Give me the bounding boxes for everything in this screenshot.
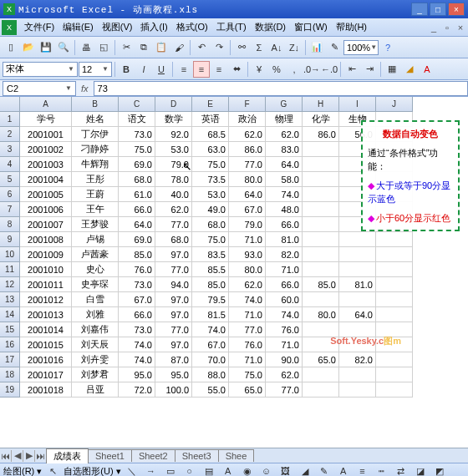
cell[interactable]: 64.0 [119, 217, 155, 232]
row-header[interactable]: 16 [0, 337, 20, 352]
cell[interactable] [303, 247, 339, 262]
row-header[interactable]: 11 [0, 262, 20, 277]
dec-decimal-icon[interactable]: ←.0 [321, 61, 338, 78]
cell[interactable] [303, 172, 339, 187]
cell[interactable]: 85.5 [192, 262, 229, 277]
cell[interactable]: 97.0 [155, 292, 192, 307]
cell[interactable]: 77.0 [155, 262, 192, 277]
cell[interactable]: 2001012 [20, 292, 72, 307]
cell[interactable]: 刘雅 [72, 307, 119, 322]
cell[interactable]: 71.0 [229, 352, 266, 367]
cell[interactable] [303, 382, 339, 398]
cell[interactable]: 53.0 [192, 187, 229, 202]
new-icon[interactable]: ▯ [3, 39, 19, 56]
hyperlink-icon[interactable]: ⚯ [233, 39, 250, 56]
row-header[interactable]: 5 [0, 172, 20, 187]
cell[interactable] [303, 262, 339, 277]
cell[interactable] [303, 202, 339, 217]
cell[interactable]: 刘梦君 [72, 367, 119, 382]
cell[interactable]: 66.0 [266, 217, 303, 232]
merge-icon[interactable]: ⬌ [228, 61, 245, 78]
save-icon[interactable]: 💾 [38, 39, 54, 56]
redo-icon[interactable]: ↷ [211, 39, 227, 56]
cell[interactable] [376, 382, 413, 398]
copy-icon[interactable]: ⧉ [135, 39, 152, 56]
cell[interactable]: 85.0 [192, 277, 229, 292]
cell[interactable]: 66.0 [119, 202, 155, 217]
col-header[interactable]: C [119, 97, 155, 112]
row-header[interactable]: 4 [0, 157, 20, 172]
menu-file[interactable]: 文件(F) [20, 19, 58, 35]
cell[interactable] [376, 247, 413, 262]
cell[interactable]: 79.0 [229, 217, 266, 232]
cell[interactable]: 刘嘉伟 [72, 322, 119, 337]
header-cell[interactable]: 学号 [20, 112, 72, 127]
comma-icon[interactable]: , [286, 61, 303, 78]
cell[interactable]: 2001015 [20, 337, 72, 352]
line-style-icon[interactable]: ≡ [354, 463, 371, 476]
cell[interactable]: 95.0 [119, 367, 155, 382]
cell[interactable]: 牛辉翔 [72, 157, 119, 172]
help-icon[interactable]: ? [379, 39, 396, 56]
menu-insert[interactable]: 插入(I) [136, 19, 171, 35]
wordart-icon[interactable]: A [220, 463, 237, 476]
select-objects-icon[interactable]: ↖ [44, 463, 61, 476]
size-combo[interactable]: 12▼ [79, 62, 112, 77]
inc-indent-icon[interactable]: ⇥ [361, 61, 378, 78]
cell[interactable]: 81.0 [266, 232, 303, 247]
col-header[interactable]: J [376, 97, 413, 112]
cell[interactable]: 73.5 [192, 172, 229, 187]
cell[interactable]: 70.0 [192, 352, 229, 367]
cell[interactable]: 62.0 [229, 277, 266, 292]
row-header[interactable]: 1 [0, 112, 20, 127]
cell[interactable]: 68.0 [155, 232, 192, 247]
col-header[interactable]: D [155, 97, 192, 112]
cell[interactable]: 82.0 [266, 247, 303, 262]
sheet-tab[interactable]: Shee [218, 449, 255, 462]
cell[interactable]: 66.0 [266, 277, 303, 292]
clipart-icon[interactable]: ☺ [258, 463, 275, 476]
cell[interactable]: 67.0 [229, 202, 266, 217]
cell[interactable]: 88.0 [192, 367, 229, 382]
cell[interactable]: 82.0 [339, 352, 376, 367]
col-header[interactable]: H [303, 97, 339, 112]
cell[interactable]: 79.0 [155, 157, 192, 172]
row-header[interactable]: 18 [0, 367, 20, 382]
sheet-tab-active[interactable]: 成绩表 [46, 448, 89, 463]
format-painter-icon[interactable]: 🖌 [170, 39, 187, 56]
preview-icon[interactable]: ◱ [95, 39, 112, 56]
tab-last-icon[interactable]: ⏭ [35, 450, 47, 462]
col-header[interactable]: B [72, 97, 119, 112]
cell[interactable]: 97.0 [155, 307, 192, 322]
cell[interactable] [303, 292, 339, 307]
cell[interactable]: 2001002 [20, 142, 72, 157]
cell[interactable]: 85.0 [119, 247, 155, 262]
cell[interactable]: 87.0 [155, 352, 192, 367]
formula-bar[interactable]: 73 [94, 81, 468, 96]
cell[interactable]: 刘卉雯 [72, 352, 119, 367]
menu-window[interactable]: 窗口(W) [290, 19, 332, 35]
picture-icon[interactable]: 🖼 [277, 463, 294, 476]
currency-icon[interactable]: ¥ [251, 61, 267, 78]
cell[interactable] [376, 262, 413, 277]
cell[interactable]: 100.0 [155, 382, 192, 398]
arrow-style-icon[interactable]: ⇄ [393, 463, 410, 476]
cell[interactable]: 62.0 [155, 202, 192, 217]
cell[interactable]: 77.0 [266, 382, 303, 398]
cell[interactable]: 68.0 [192, 217, 229, 232]
cell[interactable]: 69.0 [119, 157, 155, 172]
menu-help[interactable]: 帮助(H) [332, 19, 371, 35]
select-all[interactable] [0, 97, 20, 112]
arrow-icon[interactable]: → [143, 463, 160, 476]
cell[interactable]: 62.0 [266, 367, 303, 382]
cell[interactable]: 史亭琛 [72, 277, 119, 292]
cell[interactable]: 2001007 [20, 217, 72, 232]
cell[interactable]: 73.0 [119, 277, 155, 292]
cell[interactable] [339, 382, 376, 398]
header-cell[interactable]: 姓名 [72, 112, 119, 127]
undo-icon[interactable]: ↶ [193, 39, 210, 56]
autoshapes-menu[interactable]: 自选图形(U) [64, 465, 113, 477]
cell[interactable]: 2001005 [20, 187, 72, 202]
row-header[interactable]: 19 [0, 382, 20, 398]
cell[interactable]: 77.0 [155, 322, 192, 337]
